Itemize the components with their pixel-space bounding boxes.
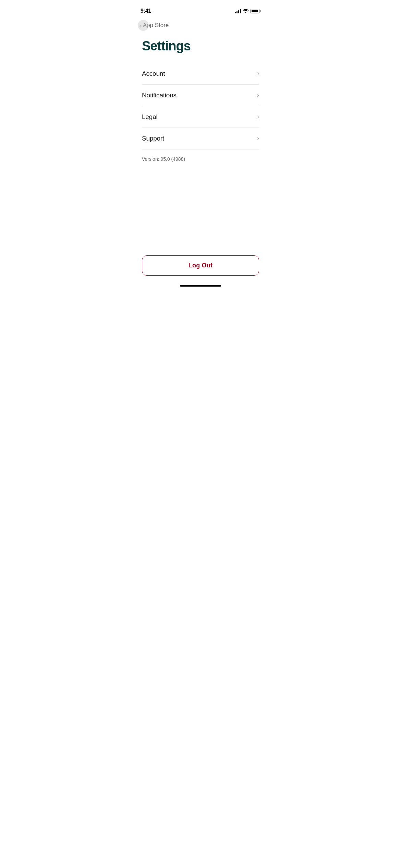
page-title-section: Settings: [134, 32, 267, 63]
battery-tip: [260, 10, 260, 12]
settings-item-legal-label: Legal: [142, 113, 158, 121]
logout-button[interactable]: Log Out: [142, 255, 259, 276]
settings-item-account-label: Account: [142, 70, 165, 77]
nav-bar: ‹ App Store: [134, 17, 267, 32]
battery-icon: [251, 9, 260, 13]
settings-item-notifications[interactable]: Notifications ›: [142, 85, 259, 106]
status-time: 9:41: [141, 8, 151, 14]
chevron-right-icon-legal: ›: [257, 113, 259, 120]
signal-bars-icon: [235, 9, 241, 13]
settings-item-account[interactable]: Account ›: [142, 63, 259, 85]
status-bar: 9:41: [134, 0, 267, 17]
battery-body: [251, 9, 259, 13]
chevron-right-icon-account: ›: [257, 70, 259, 77]
settings-item-legal[interactable]: Legal ›: [142, 106, 259, 128]
settings-item-notifications-label: Notifications: [142, 92, 177, 99]
back-button[interactable]: ‹ App Store: [139, 21, 169, 30]
home-indicator: [180, 285, 221, 287]
signal-bar-2: [236, 11, 238, 13]
wifi-icon: [243, 8, 248, 14]
signal-bar-3: [238, 10, 239, 13]
chevron-right-icon-notifications: ›: [257, 92, 259, 99]
settings-list: Account › Notifications › Legal › Suppor…: [134, 63, 267, 149]
signal-bar-1: [235, 12, 236, 13]
page-title: Settings: [142, 39, 259, 53]
chevron-right-icon-support: ›: [257, 135, 259, 142]
settings-item-support-label: Support: [142, 135, 164, 142]
back-circle-bg: [138, 20, 149, 31]
signal-bar-4: [240, 9, 241, 13]
status-icons: [235, 8, 260, 14]
settings-item-support[interactable]: Support ›: [142, 128, 259, 149]
battery-fill: [252, 10, 258, 12]
logout-container: Log Out: [142, 255, 259, 276]
version-text: Version: 95.0 (4988): [134, 149, 267, 162]
